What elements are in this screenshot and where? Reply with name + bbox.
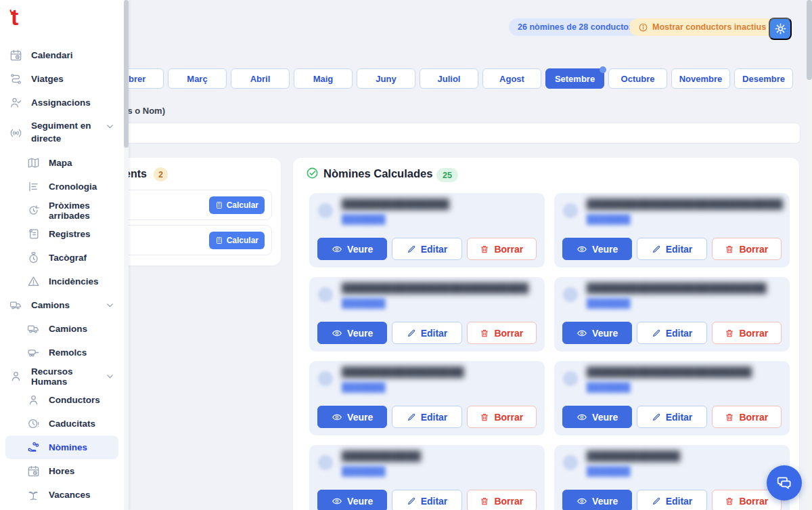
tab-abril[interactable]: Abril <box>231 68 290 89</box>
sidebar-item-assignacions[interactable]: Assignacions <box>0 91 124 114</box>
sidebar-item-tacograf[interactable]: Tacògraf <box>0 246 124 270</box>
pencil-icon <box>407 412 416 422</box>
trash-icon <box>725 245 734 254</box>
sidebar-item-cronologia[interactable]: Cronologia <box>0 175 124 198</box>
sidebar-item-recursos-humans[interactable]: Recursos Humans <box>0 364 124 388</box>
pending-count-badge: 2 <box>154 167 168 182</box>
sidebar-item-incidencies[interactable]: Incidències <box>0 270 124 293</box>
sidebar-item-registres[interactable]: Registres <box>0 222 124 246</box>
driver-link-redacted[interactable]: ███████ <box>587 298 630 308</box>
tab-desembre[interactable]: Desembre <box>734 68 793 89</box>
show-inactive-toggle[interactable]: Mostrar conductors inactius <box>629 18 775 36</box>
show-inactive-label: Mostrar conductors inactius <box>652 22 766 32</box>
sidebar-item-remolcs[interactable]: Remolcs <box>0 341 124 364</box>
edit-label: Editar <box>666 412 693 423</box>
sidebar-item-nomines-active[interactable]: Nòmines <box>5 435 118 459</box>
view-label: Veure <box>592 328 618 339</box>
tab-setembre-selected[interactable]: Setembre <box>545 68 604 89</box>
check-circle-icon <box>306 167 319 179</box>
view-button[interactable]: Veure <box>562 238 632 260</box>
tab-octubre[interactable]: Octubre <box>608 68 667 89</box>
delete-button[interactable]: Borrar <box>467 322 537 344</box>
trash-icon <box>725 496 734 506</box>
view-button[interactable]: Veure <box>317 406 387 428</box>
search-input[interactable] <box>81 123 800 144</box>
view-button[interactable]: Veure <box>317 490 387 510</box>
map-icon <box>27 156 40 169</box>
calculate-button[interactable]: Calcular <box>209 196 265 214</box>
calculate-button[interactable]: Calcular <box>209 232 265 249</box>
sidebar-scrollbar-thumb[interactable] <box>124 0 129 148</box>
delete-button[interactable]: Borrar <box>467 406 537 428</box>
view-button[interactable]: Veure <box>562 490 632 510</box>
info-icon <box>638 22 648 33</box>
sidebar-item-mapa[interactable]: Mapa <box>0 151 124 175</box>
sidebar-item-label: Incidències <box>49 276 99 286</box>
tab-agost[interactable]: Agost <box>482 68 541 89</box>
edit-label: Editar <box>421 328 448 339</box>
sidebar-item-camions[interactable]: Camions <box>0 317 124 341</box>
edit-button[interactable]: Editar <box>637 406 706 428</box>
driver-link-redacted[interactable]: ███████ <box>587 382 630 392</box>
view-button[interactable]: Veure <box>317 238 387 260</box>
card-actions: Veure Editar Borrar <box>317 406 537 428</box>
driver-link-redacted[interactable]: ███████ <box>342 382 385 392</box>
tab-maig[interactable]: Maig <box>294 68 353 89</box>
payroll-card: ███████████████████████ ███████ Veure Ed… <box>554 361 790 435</box>
driver-link-redacted[interactable]: ███████ <box>342 298 385 308</box>
app-logo: t, <box>11 5 22 28</box>
edit-label: Editar <box>666 496 693 507</box>
view-button[interactable]: Veure <box>317 322 387 344</box>
edit-button[interactable]: Editar <box>637 238 706 260</box>
sidebar-item-label: Assignacions <box>31 98 91 108</box>
tab-juny[interactable]: Juny <box>357 68 415 89</box>
tab-juliol[interactable]: Juliol <box>420 68 478 89</box>
delete-button[interactable]: Borrar <box>712 406 782 428</box>
edit-label: Editar <box>421 496 448 507</box>
edit-button[interactable]: Editar <box>392 322 461 344</box>
driver-link-redacted[interactable]: ███████ <box>342 466 385 476</box>
sidebar-item-conductors[interactable]: Conductors <box>0 388 124 412</box>
chevron-down-icon <box>106 372 114 381</box>
settings-button[interactable] <box>769 18 792 40</box>
sidebar-item-viatges[interactable]: Viatges <box>0 67 124 91</box>
edit-button[interactable]: Editar <box>392 490 461 510</box>
delete-button[interactable]: Borrar <box>467 490 537 510</box>
delete-button[interactable]: Borrar <box>467 238 537 260</box>
chat-button[interactable] <box>767 465 802 501</box>
sidebar-item-caducitats[interactable]: Caducitats <box>0 412 124 435</box>
sidebar-item-label: Nòmines <box>49 442 87 452</box>
edit-button[interactable]: Editar <box>637 322 706 344</box>
card-actions: Veure Editar Borrar <box>562 406 782 428</box>
sidebar-item-seguiment-en-directe[interactable]: Seguiment en directe <box>0 114 124 151</box>
tachograph-icon <box>27 251 40 264</box>
page-scrollbar-thumb[interactable] <box>807 0 812 80</box>
sidebar-item-proximes-arribades[interactable]: Pròximes arribades <box>0 198 124 222</box>
tab-novembre[interactable]: Novembre <box>671 68 730 89</box>
sidebar-item-camions-group[interactable]: Camions <box>0 293 124 317</box>
avatar <box>318 287 333 302</box>
edit-button[interactable]: Editar <box>392 406 461 428</box>
view-label: Veure <box>592 244 618 255</box>
trash-icon <box>480 245 489 254</box>
view-button[interactable]: Veure <box>562 406 632 428</box>
pencil-icon <box>407 328 416 338</box>
delete-button[interactable]: Borrar <box>712 238 782 260</box>
calculated-title: Nòmines Calculades <box>323 167 432 180</box>
driver-link-redacted[interactable]: ███████ <box>587 214 630 224</box>
edit-label: Editar <box>666 244 693 255</box>
edit-button[interactable]: Editar <box>637 490 706 510</box>
sidebar-item-vacances[interactable]: Vacances <box>0 483 124 507</box>
driver-link-redacted[interactable]: ███████ <box>587 466 630 476</box>
view-label: Veure <box>347 496 373 507</box>
edit-button[interactable]: Editar <box>392 238 461 260</box>
sidebar-item-hores[interactable]: Hores <box>0 459 124 483</box>
edit-label: Editar <box>421 412 448 423</box>
sidebar-item-calendari[interactable]: Calendari <box>0 43 124 67</box>
calculator-icon <box>215 236 223 245</box>
delete-button[interactable]: Borrar <box>712 322 782 344</box>
view-button[interactable]: Veure <box>562 322 632 344</box>
tab-marc[interactable]: Març <box>168 68 227 89</box>
driver-link-redacted[interactable]: ███████ <box>342 214 385 224</box>
chevron-down-icon <box>106 301 114 310</box>
